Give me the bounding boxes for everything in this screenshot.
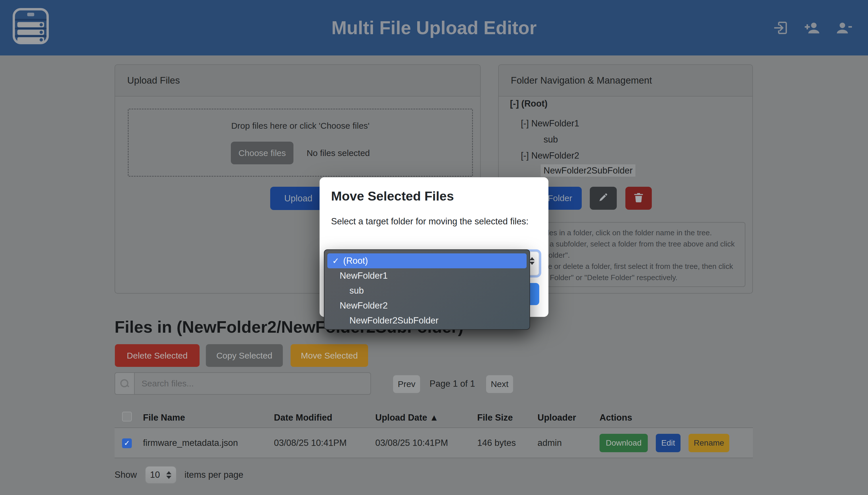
tree-item-newfolder1[interactable]: [-] NewFolder1 <box>521 118 579 129</box>
col-actions: Actions <box>600 412 753 423</box>
tree-item-newfolder2subfolder[interactable]: NewFolder2SubFolder <box>541 166 635 176</box>
no-files-label: No files selected <box>307 148 370 158</box>
stepper-icon <box>166 471 172 479</box>
option-newfolder2subfolder[interactable]: NewFolder2SubFolder <box>324 313 530 328</box>
cell-file-size: 146 bytes <box>477 438 537 448</box>
cell-file-name: firmware_metadata.json <box>143 438 274 448</box>
folder-panel-title: Folder Navigation & Management <box>499 65 752 97</box>
folder-dropdown-popup: ✓(Root) NewFolder1 sub NewFolder2 NewFol… <box>324 249 530 330</box>
col-upload-date[interactable]: Upload Date ▲ <box>375 412 477 423</box>
col-uploader[interactable]: Uploader <box>537 412 600 423</box>
table-header-row: File Name Date Modified Upload Date ▲ Fi… <box>114 408 753 428</box>
tree-item-sub[interactable]: sub <box>544 134 558 145</box>
app-header: Multi File Upload Editor <box>0 0 868 55</box>
tree-item-root[interactable]: [-] (Root) <box>510 99 548 109</box>
show-label: Show <box>114 470 137 480</box>
delete-selected-button[interactable]: Delete Selected <box>115 344 199 367</box>
remove-user-icon[interactable] <box>836 20 852 36</box>
cell-date-modified: 03/08/25 10:41PM <box>274 438 375 448</box>
search-icon <box>114 372 134 395</box>
row-checkbox[interactable]: ✓ <box>122 439 132 448</box>
per-page-select[interactable]: 10 <box>145 466 177 484</box>
check-icon: ✓ <box>332 256 339 266</box>
login-icon[interactable] <box>773 20 789 36</box>
files-table: File Name Date Modified Upload Date ▲ Fi… <box>114 408 753 458</box>
col-date-modified[interactable]: Date Modified <box>274 412 375 423</box>
search-input[interactable] <box>134 372 371 395</box>
col-file-name[interactable]: File Name <box>143 412 274 423</box>
page-title: Multi File Upload Editor <box>0 0 868 55</box>
prev-page-button[interactable]: Prev <box>393 375 420 393</box>
search-group <box>114 372 371 395</box>
file-dropzone[interactable]: Drop files here or click 'Choose files' … <box>128 108 473 177</box>
edit-button[interactable]: Edit <box>656 434 680 452</box>
table-row: ✓ firmware_metadata.json 03/08/25 10:41P… <box>114 428 753 458</box>
option-sub[interactable]: sub <box>324 283 530 298</box>
rename-folder-button[interactable] <box>590 187 617 210</box>
header-actions <box>773 0 852 55</box>
select-all-checkbox[interactable] <box>122 412 132 422</box>
upload-panel-title: Upload Files <box>115 65 480 97</box>
per-page-control: Show 10 items per page <box>114 466 244 484</box>
cell-uploader: admin <box>537 438 600 448</box>
download-button[interactable]: Download <box>600 434 648 452</box>
per-page-label: items per page <box>184 470 244 480</box>
choose-files-button[interactable]: Choose files <box>231 142 294 164</box>
stepper-icon <box>530 257 535 265</box>
dropzone-hint: Drop files here or click 'Choose files' <box>129 121 472 131</box>
modal-body-text: Select a target folder for moving the se… <box>331 215 535 228</box>
move-selected-button[interactable]: Move Selected <box>290 344 368 367</box>
app-logo-icon <box>12 7 49 45</box>
add-user-icon[interactable] <box>804 20 820 36</box>
delete-folder-button[interactable] <box>625 187 652 210</box>
option-newfolder1[interactable]: NewFolder1 <box>324 268 530 283</box>
option-newfolder2[interactable]: NewFolder2 <box>324 298 530 313</box>
trash-icon <box>633 192 644 203</box>
page-indicator: Page 1 of 1 <box>429 379 475 389</box>
upload-button[interactable]: Upload <box>270 187 326 210</box>
cell-upload-date: 03/08/25 10:41PM <box>375 438 477 448</box>
copy-selected-button[interactable]: Copy Selected <box>206 344 283 367</box>
col-file-size[interactable]: File Size <box>477 412 537 423</box>
modal-title: Move Selected Files <box>331 189 454 204</box>
tree-item-newfolder2[interactable]: [-] NewFolder2 <box>521 151 579 161</box>
pencil-icon <box>598 192 609 203</box>
option-root[interactable]: ✓(Root) <box>327 253 527 268</box>
next-page-button[interactable]: Next <box>486 375 513 393</box>
app-root: Multi File Upload Editor <box>0 0 868 495</box>
rename-button[interactable]: Rename <box>689 434 729 452</box>
